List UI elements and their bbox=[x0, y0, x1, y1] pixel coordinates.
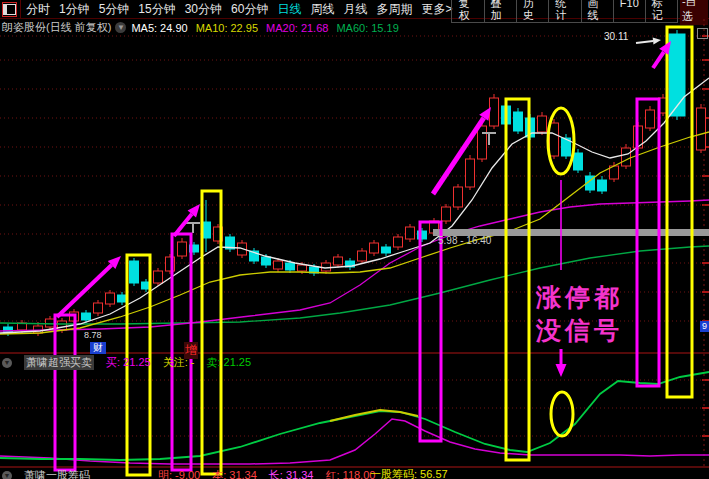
ind1-vals-item-0: 买: 21.25 bbox=[106, 355, 151, 370]
indicator1-name[interactable]: 萧啸超强买卖 bbox=[24, 355, 94, 370]
indicator-row-chips: ▼ 萧啸一股筹码 bbox=[2, 468, 90, 479]
ind2-vals-item-0: 明: -9.00 bbox=[158, 468, 200, 479]
indicator-row-buysell: ▼ 萧啸超强买卖 买: 21.25关注: -卖: 21.25 bbox=[2, 355, 251, 370]
high-price-label: 30.11 bbox=[604, 31, 628, 42]
indicator-curves-layer bbox=[0, 372, 709, 464]
right-axis-badge: 9 bbox=[700, 321, 709, 332]
ind1-vals-item-2: 卖: 21.25 bbox=[206, 355, 251, 370]
annotation-box-5 bbox=[506, 99, 529, 460]
candlestick-chart bbox=[0, 0, 709, 479]
annotation-box-0 bbox=[55, 315, 75, 470]
gridlines-layer bbox=[0, 19, 709, 467]
indicator2-values: 明: -9.00本: 31.34长: 31.34红: 118.00 bbox=[158, 468, 375, 479]
indicator-circle-icon[interactable]: ▼ bbox=[2, 358, 12, 368]
note-text-line1: 涨停都 bbox=[536, 281, 623, 314]
ind2-vals-item-3: 红: 118.00 bbox=[325, 468, 375, 479]
left-price-label: 8.78 bbox=[84, 330, 102, 340]
ind2-vals-item-1: 本: 31.34 bbox=[212, 468, 257, 479]
cai-badge[interactable]: 财 bbox=[90, 342, 106, 354]
indicator2-name[interactable]: 萧啸一股筹码 bbox=[24, 468, 90, 479]
range-label: 5.98 - 16.40 bbox=[438, 235, 491, 246]
indicator1-values: 买: 21.25关注: -卖: 21.25 bbox=[106, 355, 251, 370]
ind2-vals-item-2: 长: 31.34 bbox=[269, 468, 314, 479]
chips-mid-label: 一股筹码: 56.57 bbox=[370, 467, 448, 479]
note-text-line2: 没信号 bbox=[536, 314, 623, 347]
stock-chart-app: 分时1分钟5分钟15分钟30分钟60分钟日线周线月线多周期更多> 复权叠加历史统… bbox=[0, 0, 709, 479]
annotation-ellipses-layer bbox=[548, 108, 574, 436]
corner-expand-icon[interactable] bbox=[697, 28, 708, 39]
indicator-circle-icon[interactable]: ▼ bbox=[2, 471, 12, 479]
ind1-vals-item-1: 关注: - bbox=[163, 355, 195, 370]
